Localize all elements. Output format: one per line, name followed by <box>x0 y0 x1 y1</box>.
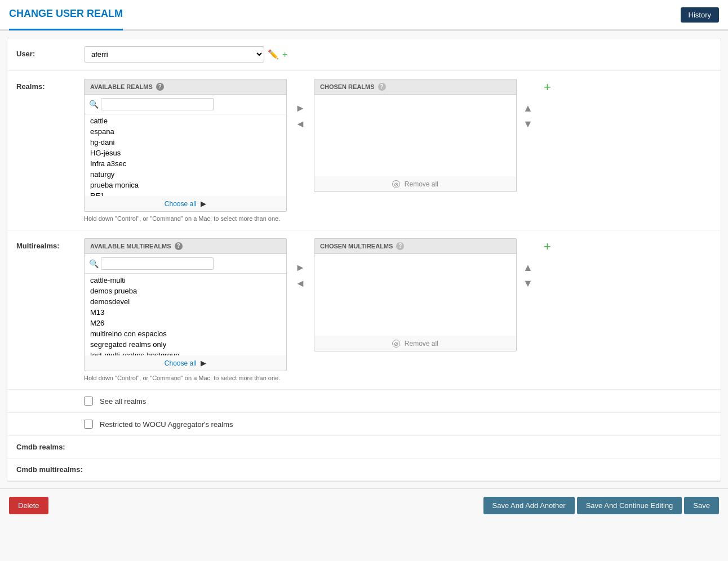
chosen-multirealms-box: CHOSEN MULTIREALMS ? ⊘ Remove all <box>314 238 517 351</box>
user-row: User: aferri ✏️ + <box>7 38 721 71</box>
save-button[interactable]: Save <box>684 497 719 514</box>
chosen-multirealms-help-icon[interactable]: ? <box>396 242 404 250</box>
realms-choose-all-row: Choose all ▶ <box>85 196 286 211</box>
realms-hint: Hold down "Control", or "Command" on a M… <box>84 215 287 222</box>
multirealms-hint: Hold down "Control", or "Command" on a M… <box>84 375 287 381</box>
user-field-content: aferri ✏️ + <box>84 46 712 63</box>
user-label: User: <box>16 46 84 58</box>
cmdb-multirealms-row: Cmdb multirealms: <box>7 458 721 481</box>
chosen-realms-box: CHOSEN REALMS ? ⊘ Remove all <box>314 79 517 192</box>
user-select[interactable]: aferri <box>84 46 264 63</box>
see-all-realms-checkbox[interactable] <box>84 397 93 406</box>
delete-button[interactable]: Delete <box>9 497 48 514</box>
restricted-row: Restricted to WOCU Aggregator's realms <box>7 413 721 436</box>
available-realms-container: AVAILABLE REALMS ? 🔍 cattle espana hg-da… <box>84 79 287 222</box>
available-multirealms-select[interactable]: cattle-multi demos prueba demosdevel M13… <box>85 274 286 355</box>
multirealms-arrow-buttons: ► ◄ <box>294 238 307 290</box>
multirealms-search-input[interactable] <box>101 257 214 270</box>
see-all-realms-label: See all realms <box>100 397 146 406</box>
chosen-multirealms-select[interactable] <box>314 254 516 336</box>
realms-remove-all-row: ⊘ Remove all <box>314 176 516 192</box>
multirealms-remove-all-icon: ⊘ <box>392 340 400 348</box>
realms-row: Realms: AVAILABLE REALMS ? 🔍 cattle <box>7 71 721 230</box>
multirealms-add-button[interactable]: + <box>544 238 551 254</box>
realms-choose-all-link[interactable]: Choose all <box>165 200 197 208</box>
available-multirealms-header: AVAILABLE MULTIREALMS ? <box>85 239 286 254</box>
realms-move-right-button[interactable]: ► <box>294 101 307 115</box>
available-multirealms-box: AVAILABLE MULTIREALMS ? 🔍 cattle-multi d… <box>84 238 287 371</box>
chosen-realms-title: CHOSEN REALMS <box>320 83 375 90</box>
add-user-button[interactable]: + <box>282 50 287 60</box>
cmdb-realms-row: Cmdb realms: <box>7 436 721 458</box>
chosen-realms-container: CHOSEN REALMS ? ⊘ Remove all <box>314 79 517 192</box>
save-continue-button[interactable]: Save And Continue Editing <box>577 497 682 514</box>
realms-search-icon: 🔍 <box>89 100 99 109</box>
chosen-realms-list[interactable] <box>314 95 516 176</box>
main-content: User: aferri ✏️ + Realms: AVAILABLE REAL… <box>7 38 721 482</box>
save-add-another-button[interactable]: Save And Add Another <box>483 497 575 514</box>
multirealms-label: Multirealms: <box>16 238 84 250</box>
chosen-multirealms-list[interactable] <box>314 254 516 336</box>
chosen-realms-header: CHOSEN REALMS ? <box>314 79 516 95</box>
realms-add-button[interactable]: + <box>544 79 551 95</box>
available-multirealms-title: AVAILABLE MULTIREALMS <box>90 243 171 250</box>
multirealms-search-row: 🔍 <box>85 254 286 274</box>
multirealms-move-right-button[interactable]: ► <box>294 261 307 274</box>
multirealms-move-down-button[interactable]: ▼ <box>521 277 535 290</box>
history-button[interactable]: History <box>681 7 719 23</box>
see-all-realms-row: See all realms <box>7 390 721 413</box>
page-header: CHANGE USER REALM History <box>0 0 728 31</box>
realms-remove-all-icon: ⊘ <box>392 180 400 188</box>
realms-arrow-buttons: ► ◄ <box>294 79 307 131</box>
available-realms-box: AVAILABLE REALMS ? 🔍 cattle espana hg-da… <box>84 79 287 212</box>
multirealms-dual-select: AVAILABLE MULTIREALMS ? 🔍 cattle-multi d… <box>84 238 712 381</box>
multirealms-move-up-button[interactable]: ▲ <box>521 261 535 274</box>
realms-updown-buttons: ▲ ▼ <box>521 79 535 131</box>
edit-user-button[interactable]: ✏️ <box>268 49 279 60</box>
chosen-multirealms-header: CHOSEN MULTIREALMS ? <box>314 239 516 254</box>
available-realms-title: AVAILABLE REALMS <box>90 83 153 90</box>
choose-all-arrow-icon: ▶ <box>201 199 206 208</box>
realms-search-row: 🔍 <box>85 95 286 114</box>
available-realms-header: AVAILABLE REALMS ? <box>85 79 286 95</box>
multirealms-choose-all-row: Choose all ▶ <box>85 355 286 371</box>
multirealms-move-left-button[interactable]: ◄ <box>294 277 307 290</box>
page-footer: Delete Save And Add Another Save And Con… <box>0 488 728 522</box>
realms-help-icon[interactable]: ? <box>156 83 164 91</box>
chosen-multirealms-container: CHOSEN MULTIREALMS ? ⊘ Remove all <box>314 238 517 351</box>
cmdb-realms-label: Cmdb realms: <box>16 443 95 451</box>
multirealms-search-icon: 🔍 <box>89 259 99 268</box>
multirealms-remove-all-row: ⊘ Remove all <box>314 336 516 351</box>
chosen-multirealms-title: CHOSEN MULTIREALMS <box>320 243 393 250</box>
multi-choose-all-arrow-icon: ▶ <box>201 359 206 367</box>
available-realms-select[interactable]: cattle espana hg-dani HG-jesus Infra a3s… <box>85 114 286 196</box>
multirealms-help-icon[interactable]: ? <box>175 242 183 250</box>
multirealms-row: Multirealms: AVAILABLE MULTIREALMS ? 🔍 <box>7 230 721 390</box>
realms-search-input[interactable] <box>101 98 214 110</box>
multirealms-updown-buttons: ▲ ▼ <box>521 238 535 290</box>
realms-move-down-button[interactable]: ▼ <box>521 117 535 131</box>
available-multirealms-container: AVAILABLE MULTIREALMS ? 🔍 cattle-multi d… <box>84 238 287 381</box>
realms-move-up-button[interactable]: ▲ <box>521 101 535 115</box>
realms-label: Realms: <box>16 79 84 91</box>
realms-move-left-button[interactable]: ◄ <box>294 117 307 131</box>
available-multirealms-list[interactable]: cattle-multi demos prueba demosdevel M13… <box>85 274 286 355</box>
restricted-label: Restricted to WOCU Aggregator's realms <box>100 420 233 429</box>
save-group: Save And Add Another Save And Continue E… <box>483 497 719 514</box>
page-title: CHANGE USER REALM <box>9 0 123 30</box>
cmdb-multirealms-label: Cmdb multirealms: <box>16 465 95 474</box>
restricted-checkbox[interactable] <box>84 420 93 429</box>
realms-remove-all-link[interactable]: Remove all <box>405 180 438 188</box>
chosen-realms-select[interactable] <box>314 95 516 176</box>
multirealms-remove-all-link[interactable]: Remove all <box>405 340 438 348</box>
available-realms-list[interactable]: cattle espana hg-dani HG-jesus Infra a3s… <box>85 114 286 196</box>
realms-dual-select: AVAILABLE REALMS ? 🔍 cattle espana hg-da… <box>84 79 712 222</box>
chosen-realms-help-icon[interactable]: ? <box>378 83 386 91</box>
multirealms-choose-all-link[interactable]: Choose all <box>165 359 197 367</box>
